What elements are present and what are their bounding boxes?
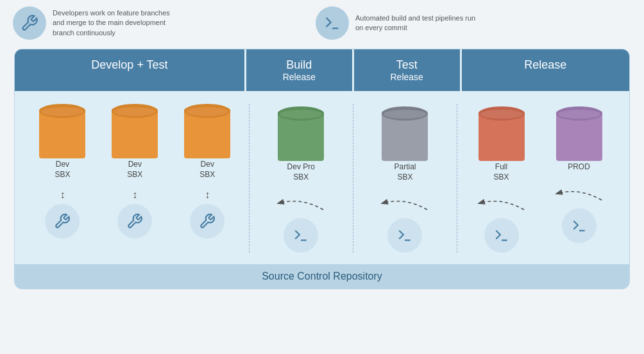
dev-sbx-2-db: DevSBX xyxy=(112,104,158,180)
test-dashed-arrow xyxy=(376,194,434,213)
devpro-sbx-top-inner xyxy=(280,110,322,119)
partial-sbx-cylinder xyxy=(382,106,428,161)
header-text-1: Developers work on feature branches and … xyxy=(53,8,181,38)
header-item-1: Developers work on feature branches and … xyxy=(13,6,181,40)
prod-cylinder xyxy=(556,106,602,161)
build-terminal-circle xyxy=(284,218,318,253)
terminal-icon xyxy=(323,14,341,32)
col-header-build: Build Release xyxy=(246,49,354,91)
col-build: Dev ProSBX xyxy=(249,104,353,253)
col-subtitle-build: Release xyxy=(253,72,346,82)
col-header-test: Test Release xyxy=(354,49,462,91)
col-header-release: Release xyxy=(462,49,629,91)
dev-sbx-3-cylinder xyxy=(184,104,230,158)
dev-sbx-3-arrow: ↕ xyxy=(205,190,210,200)
partial-sbx-label: PartialSBX xyxy=(394,162,416,182)
header-item-2: Automated build and test pipelines run o… xyxy=(316,6,484,40)
dev-sbx-2-top-inner xyxy=(114,107,156,116)
col-release: FullSBX xyxy=(457,104,623,253)
col-test-inner: PartialSBX xyxy=(376,104,434,253)
dev-sbx-1-arrow: ↕ xyxy=(60,190,65,200)
prod-label: PROD xyxy=(568,162,590,173)
dev-sbx-2-wrench-icon xyxy=(126,213,143,230)
dev-sbx-1-label: DevSBX xyxy=(55,160,70,180)
dev-sbx-1-wrench-icon xyxy=(54,213,71,230)
col-subtitle-test: Release xyxy=(360,72,453,82)
dev-sbx-2-arrow: ↕ xyxy=(132,190,137,200)
partial-sbx-db: PartialSBX xyxy=(382,106,428,182)
wrench-icon xyxy=(21,14,38,32)
col-test: PartialSBX xyxy=(353,104,457,253)
dev-sbx-3-label: DevSBX xyxy=(199,160,215,180)
prod-terminal-circle xyxy=(562,208,597,243)
full-sbx-top-inner xyxy=(480,110,523,119)
dev-sbx-3-db: DevSBX xyxy=(184,104,230,180)
column-headers: Develop + Test Build Release Test Releas… xyxy=(15,49,629,91)
terminal-icon-circle xyxy=(316,6,349,40)
dev-sbx-2-label: DevSBX xyxy=(127,160,142,180)
col-develop: DevSBX ↕ DevSBX xyxy=(21,104,249,253)
dev-sbx-1-top-inner xyxy=(41,107,83,116)
test-terminal-icon xyxy=(396,227,413,244)
full-sbx-item: FullSBX xyxy=(473,104,530,253)
full-sbx-db: FullSBX xyxy=(479,106,525,182)
dev-sbx-1-tool-circle xyxy=(45,204,80,239)
dev-sbx-2-tool-circle xyxy=(117,204,152,239)
prod-item: PROD xyxy=(550,104,608,243)
dev-sbx-1-db: DevSBX xyxy=(39,104,85,180)
col-build-inner: Dev ProSBX xyxy=(272,104,330,253)
devpro-sbx-cylinder xyxy=(278,106,324,161)
release-dashed-arrow-2 xyxy=(550,184,608,203)
test-terminal-circle xyxy=(387,218,422,253)
col-title-release: Release xyxy=(524,58,566,71)
full-sbx-terminal-circle xyxy=(484,218,519,253)
full-sbx-cylinder xyxy=(479,106,525,161)
dev-sbx-2-cylinder xyxy=(112,104,158,158)
wrench-icon-circle xyxy=(13,6,46,40)
col-title-develop: Develop + Test xyxy=(91,58,167,71)
col-title-test: Test xyxy=(360,58,453,72)
dev-sbx-3-tool-circle xyxy=(190,204,225,239)
full-sbx-label: FullSBX xyxy=(494,162,509,182)
partial-sbx-top-inner xyxy=(384,110,426,119)
build-dashed-arrow xyxy=(272,194,330,213)
top-header: Developers work on feature branches and … xyxy=(0,0,644,46)
source-control-label: Source Control Repository xyxy=(262,271,382,282)
prod-db: PROD xyxy=(556,106,602,173)
full-sbx-terminal-icon xyxy=(493,227,510,244)
source-control-bar: Source Control Repository xyxy=(15,264,629,289)
build-terminal-icon xyxy=(292,227,309,244)
main-diagram: Develop + Test Build Release Test Releas… xyxy=(14,49,630,289)
devpro-sbx-db: Dev ProSBX xyxy=(278,106,324,182)
release-dashed-arrow-1 xyxy=(473,194,530,213)
dev-sbx-1-cylinder xyxy=(39,104,85,158)
prod-top-inner xyxy=(558,110,600,119)
dev-sbx-3-item: DevSBX ↕ xyxy=(184,104,230,239)
content-area: DevSBX ↕ DevSBX xyxy=(15,91,629,259)
col-header-develop: Develop + Test xyxy=(15,49,246,91)
devpro-sbx-label: Dev ProSBX xyxy=(287,162,315,182)
dev-sbx-3-top-inner xyxy=(186,107,228,116)
dev-sbx-2-item: DevSBX ↕ xyxy=(112,104,158,239)
dev-sbx-3-wrench-icon xyxy=(199,213,216,230)
dev-sbx-1-item: DevSBX ↕ xyxy=(39,104,85,239)
prod-terminal-icon xyxy=(571,217,588,234)
col-title-build: Build xyxy=(253,58,346,72)
header-text-2: Automated build and test pipelines run o… xyxy=(355,13,484,33)
